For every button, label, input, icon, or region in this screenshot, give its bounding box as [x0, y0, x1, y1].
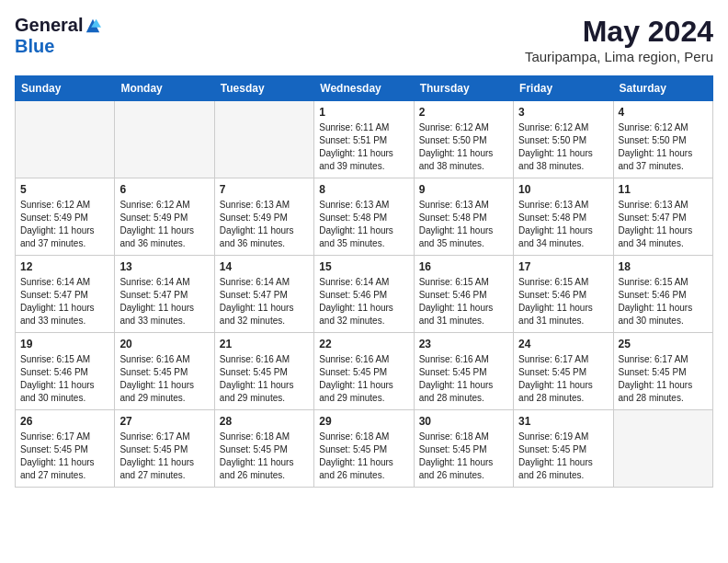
- logo-icon: [85, 17, 101, 34]
- day-number: 16: [419, 260, 508, 273]
- day-number: 25: [619, 338, 708, 350]
- calendar-cell: 20Sunrise: 6:16 AMSunset: 5:45 PMDayligh…: [115, 333, 214, 410]
- cell-content: Sunrise: 6:15 AMSunset: 5:46 PMDaylight:…: [20, 353, 109, 405]
- day-number: 30: [419, 415, 508, 428]
- day-number: 26: [20, 415, 109, 428]
- cell-content: Sunrise: 6:17 AMSunset: 5:45 PMDaylight:…: [20, 431, 109, 482]
- day-number: 20: [119, 338, 209, 350]
- day-number: 3: [518, 106, 608, 119]
- day-number: 8: [319, 183, 408, 196]
- cell-content: Sunrise: 6:12 AMSunset: 5:49 PMDaylight:…: [20, 199, 109, 250]
- title-area: May 2024 Tauripampa, Lima region, Peru: [525, 15, 713, 64]
- day-number: 18: [619, 260, 708, 273]
- calendar-cell: 29Sunrise: 6:18 AMSunset: 5:45 PMDayligh…: [314, 410, 414, 488]
- calendar-cell: 12Sunrise: 6:14 AMSunset: 5:47 PMDayligh…: [16, 256, 115, 333]
- calendar-header-row: SundayMondayTuesdayWednesdayThursdayFrid…: [16, 76, 713, 101]
- calendar-cell: 9Sunrise: 6:13 AMSunset: 5:48 PMDaylight…: [414, 178, 513, 256]
- cell-content: Sunrise: 6:12 AMSunset: 5:50 PMDaylight:…: [419, 121, 508, 173]
- day-number: 10: [518, 183, 608, 196]
- calendar-cell: 11Sunrise: 6:13 AMSunset: 5:47 PMDayligh…: [613, 178, 712, 256]
- location-title: Tauripampa, Lima region, Peru: [525, 49, 713, 64]
- calendar-cell: [115, 101, 214, 178]
- calendar-cell: [214, 101, 313, 178]
- day-number: 28: [220, 415, 309, 428]
- calendar-cell: 1Sunrise: 6:11 AMSunset: 5:51 PMDaylight…: [314, 101, 414, 178]
- calendar-cell: 28Sunrise: 6:18 AMSunset: 5:45 PMDayligh…: [214, 410, 313, 488]
- calendar-cell: 14Sunrise: 6:14 AMSunset: 5:47 PMDayligh…: [214, 256, 313, 333]
- cell-content: Sunrise: 6:17 AMSunset: 5:45 PMDaylight:…: [119, 431, 209, 482]
- cell-content: Sunrise: 6:14 AMSunset: 5:47 PMDaylight:…: [20, 276, 109, 327]
- cell-content: Sunrise: 6:15 AMSunset: 5:46 PMDaylight:…: [518, 276, 608, 327]
- calendar-week-row: 12Sunrise: 6:14 AMSunset: 5:47 PMDayligh…: [16, 256, 713, 333]
- calendar-cell: 13Sunrise: 6:14 AMSunset: 5:47 PMDayligh…: [115, 256, 214, 333]
- calendar-cell: 4Sunrise: 6:12 AMSunset: 5:50 PMDaylight…: [613, 101, 712, 178]
- day-of-week-header: Wednesday: [314, 76, 414, 101]
- day-of-week-header: Tuesday: [214, 76, 313, 101]
- day-number: 6: [119, 183, 209, 196]
- cell-content: Sunrise: 6:12 AMSunset: 5:49 PMDaylight:…: [119, 199, 209, 250]
- calendar-cell: 2Sunrise: 6:12 AMSunset: 5:50 PMDaylight…: [414, 101, 513, 178]
- day-number: 12: [20, 260, 109, 273]
- calendar-cell: 10Sunrise: 6:13 AMSunset: 5:48 PMDayligh…: [514, 178, 613, 256]
- calendar-cell: 3Sunrise: 6:12 AMSunset: 5:50 PMDaylight…: [514, 101, 613, 178]
- cell-content: Sunrise: 6:15 AMSunset: 5:46 PMDaylight:…: [419, 276, 508, 327]
- day-number: 19: [20, 338, 109, 350]
- cell-content: Sunrise: 6:18 AMSunset: 5:45 PMDaylight:…: [220, 431, 309, 482]
- cell-content: Sunrise: 6:14 AMSunset: 5:47 PMDaylight:…: [220, 276, 309, 327]
- day-of-week-header: Thursday: [414, 76, 513, 101]
- day-of-week-header: Friday: [514, 76, 613, 101]
- month-title: May 2024: [525, 15, 713, 49]
- calendar-cell: [613, 410, 712, 488]
- day-number: 14: [220, 260, 309, 273]
- calendar-body: 1Sunrise: 6:11 AMSunset: 5:51 PMDaylight…: [16, 101, 713, 488]
- calendar-week-row: 26Sunrise: 6:17 AMSunset: 5:45 PMDayligh…: [16, 410, 713, 488]
- calendar-cell: 18Sunrise: 6:15 AMSunset: 5:46 PMDayligh…: [613, 256, 712, 333]
- day-number: 2: [419, 106, 508, 119]
- cell-content: Sunrise: 6:12 AMSunset: 5:50 PMDaylight:…: [518, 121, 608, 173]
- day-number: 11: [619, 183, 708, 196]
- cell-content: Sunrise: 6:11 AMSunset: 5:51 PMDaylight:…: [319, 121, 408, 173]
- calendar-cell: 30Sunrise: 6:18 AMSunset: 5:45 PMDayligh…: [414, 410, 513, 488]
- day-number: 21: [220, 338, 309, 350]
- day-number: 15: [319, 260, 408, 273]
- calendar-cell: 26Sunrise: 6:17 AMSunset: 5:45 PMDayligh…: [16, 410, 115, 488]
- cell-content: Sunrise: 6:17 AMSunset: 5:45 PMDaylight:…: [518, 353, 608, 405]
- day-of-week-header: Saturday: [613, 76, 712, 101]
- header: General Blue May 2024 Tauripampa, Lima r…: [15, 15, 713, 64]
- calendar-cell: [16, 101, 115, 178]
- day-of-week-header: Monday: [115, 76, 214, 101]
- cell-content: Sunrise: 6:13 AMSunset: 5:47 PMDaylight:…: [619, 199, 708, 250]
- cell-content: Sunrise: 6:18 AMSunset: 5:45 PMDaylight:…: [419, 431, 508, 482]
- calendar-cell: 17Sunrise: 6:15 AMSunset: 5:46 PMDayligh…: [514, 256, 613, 333]
- cell-content: Sunrise: 6:13 AMSunset: 5:49 PMDaylight:…: [220, 199, 309, 250]
- day-number: 4: [619, 106, 708, 119]
- cell-content: Sunrise: 6:14 AMSunset: 5:46 PMDaylight:…: [319, 276, 408, 327]
- day-number: 9: [419, 183, 508, 196]
- cell-content: Sunrise: 6:15 AMSunset: 5:46 PMDaylight:…: [619, 276, 708, 327]
- calendar-cell: 8Sunrise: 6:13 AMSunset: 5:48 PMDaylight…: [314, 178, 414, 256]
- calendar-cell: 19Sunrise: 6:15 AMSunset: 5:46 PMDayligh…: [16, 333, 115, 410]
- calendar-cell: 16Sunrise: 6:15 AMSunset: 5:46 PMDayligh…: [414, 256, 513, 333]
- cell-content: Sunrise: 6:16 AMSunset: 5:45 PMDaylight:…: [119, 353, 209, 405]
- calendar-cell: 31Sunrise: 6:19 AMSunset: 5:45 PMDayligh…: [514, 410, 613, 488]
- day-number: 22: [319, 338, 408, 350]
- calendar-cell: 15Sunrise: 6:14 AMSunset: 5:46 PMDayligh…: [314, 256, 414, 333]
- calendar-week-row: 19Sunrise: 6:15 AMSunset: 5:46 PMDayligh…: [16, 333, 713, 410]
- logo: General Blue: [15, 15, 101, 57]
- calendar-cell: 5Sunrise: 6:12 AMSunset: 5:49 PMDaylight…: [16, 178, 115, 256]
- calendar-cell: 21Sunrise: 6:16 AMSunset: 5:45 PMDayligh…: [214, 333, 313, 410]
- calendar-cell: 23Sunrise: 6:16 AMSunset: 5:45 PMDayligh…: [414, 333, 513, 410]
- logo-general: General: [15, 15, 83, 36]
- cell-content: Sunrise: 6:18 AMSunset: 5:45 PMDaylight:…: [319, 431, 408, 482]
- day-number: 27: [119, 415, 209, 428]
- cell-content: Sunrise: 6:13 AMSunset: 5:48 PMDaylight:…: [419, 199, 508, 250]
- day-of-week-header: Sunday: [16, 76, 115, 101]
- cell-content: Sunrise: 6:13 AMSunset: 5:48 PMDaylight:…: [319, 199, 408, 250]
- calendar-cell: 22Sunrise: 6:16 AMSunset: 5:45 PMDayligh…: [314, 333, 414, 410]
- cell-content: Sunrise: 6:16 AMSunset: 5:45 PMDaylight:…: [220, 353, 309, 405]
- calendar-table: SundayMondayTuesdayWednesdayThursdayFrid…: [15, 75, 713, 488]
- calendar-week-row: 1Sunrise: 6:11 AMSunset: 5:51 PMDaylight…: [16, 101, 713, 178]
- calendar-cell: 27Sunrise: 6:17 AMSunset: 5:45 PMDayligh…: [115, 410, 214, 488]
- cell-content: Sunrise: 6:17 AMSunset: 5:45 PMDaylight:…: [619, 353, 708, 405]
- calendar-cell: 7Sunrise: 6:13 AMSunset: 5:49 PMDaylight…: [214, 178, 313, 256]
